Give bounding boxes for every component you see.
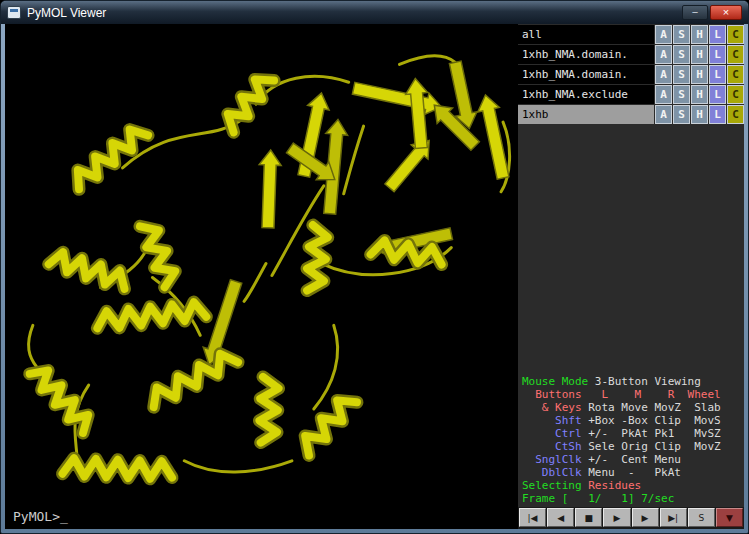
- object-row: all A S H L C: [518, 25, 744, 44]
- action-button[interactable]: A: [655, 25, 672, 44]
- titlebar[interactable]: PyMOL Viewer − ×: [1, 1, 748, 24]
- panel-spacer: [518, 125, 744, 372]
- action-button[interactable]: A: [655, 65, 672, 84]
- back-button[interactable]: ◀: [547, 508, 574, 527]
- ctrl-actions: +/- PkAt Pk1 MvSZ: [588, 427, 720, 440]
- ctsh-label: CtSh: [522, 440, 588, 453]
- keys-actions: Rota Move MovZ Slab: [588, 401, 720, 414]
- object-name-1xhb[interactable]: 1xhb: [518, 105, 654, 124]
- object-list: all A S H L C 1xhb_NMA.domain. A S H L C…: [518, 24, 744, 125]
- action-button[interactable]: A: [655, 45, 672, 64]
- action-button[interactable]: A: [655, 85, 672, 104]
- ctsh-line: CtSh Sele Orig Clip MovZ: [522, 440, 740, 453]
- show-button[interactable]: S: [673, 65, 690, 84]
- hide-button[interactable]: H: [691, 45, 708, 64]
- mouse-mode-label[interactable]: Mouse Mode: [522, 375, 595, 388]
- label-button[interactable]: L: [709, 25, 726, 44]
- show-button[interactable]: S: [673, 85, 690, 104]
- object-row: 1xhb_NMA.domain. A S H L C: [518, 45, 744, 64]
- play-button[interactable]: ▶: [603, 508, 630, 527]
- ctrl-line: Ctrl +/- PkAt Pk1 MvSZ: [522, 427, 740, 440]
- shift-line: Shft +Box -Box Clip MovS: [522, 414, 740, 427]
- dblclk-actions: Menu - PkAt: [588, 466, 681, 479]
- keys-line: & Keys Rota Move MovZ Slab: [522, 401, 740, 414]
- object-row: 1xhb_NMA.domain. A S H L C: [518, 65, 744, 84]
- shift-label: Shft: [522, 414, 588, 427]
- protein-structure: [5, 24, 518, 529]
- action-button[interactable]: A: [655, 105, 672, 124]
- color-button[interactable]: C: [727, 25, 744, 44]
- end-button[interactable]: ▶|: [660, 508, 687, 527]
- label-button[interactable]: L: [709, 105, 726, 124]
- object-name-domain-2[interactable]: 1xhb_NMA.domain.: [518, 65, 654, 84]
- color-button[interactable]: C: [727, 65, 744, 84]
- dblclk-line: DblClk Menu - PkAt: [522, 466, 740, 479]
- sequence-button[interactable]: S: [688, 508, 715, 527]
- command-prompt[interactable]: PyMOL>_: [13, 509, 68, 524]
- label-button[interactable]: L: [709, 65, 726, 84]
- color-button[interactable]: C: [727, 85, 744, 104]
- minimize-button[interactable]: −: [682, 5, 708, 20]
- ctsh-actions: Sele Orig Clip MovZ: [588, 440, 720, 453]
- buttons-header-line: Buttons L M R Wheel: [522, 388, 740, 401]
- dblclk-label: DblClk: [522, 466, 588, 479]
- playback-bar: |◀ ◀ ■ ▶ ▶ ▶| S ▼: [518, 507, 744, 529]
- close-button[interactable]: ×: [710, 5, 742, 20]
- snglclk-actions: +/- Cent Menu: [588, 453, 681, 466]
- label-button[interactable]: L: [709, 85, 726, 104]
- object-row: 1xhb_NMA.exclude A S H L C: [518, 85, 744, 104]
- mouse-mode-line[interactable]: Mouse Mode 3-Button Viewing: [522, 375, 740, 388]
- object-name-domain-1[interactable]: 1xhb_NMA.domain.: [518, 45, 654, 64]
- buttons-header: Buttons L M R Wheel: [522, 388, 721, 401]
- mouse-mode-value[interactable]: 3-Button Viewing: [595, 375, 701, 388]
- hide-button[interactable]: H: [691, 85, 708, 104]
- side-panel: all A S H L C 1xhb_NMA.domain. A S H L C…: [518, 24, 744, 529]
- rewind-button[interactable]: |◀: [519, 508, 546, 527]
- hide-button[interactable]: H: [691, 65, 708, 84]
- show-button[interactable]: S: [673, 25, 690, 44]
- viewport-canvas[interactable]: PyMOL>_: [5, 24, 518, 529]
- pymol-window: PyMOL Viewer − ×: [0, 0, 749, 534]
- show-button[interactable]: S: [673, 105, 690, 124]
- stop-button[interactable]: ■: [575, 508, 602, 527]
- ctrl-label: Ctrl: [522, 427, 588, 440]
- selecting-label[interactable]: Selecting: [522, 479, 588, 492]
- frame-line: Frame [ 1/ 1] 7/sec: [522, 492, 740, 505]
- snglclk-line: SnglClk +/- Cent Menu: [522, 453, 740, 466]
- show-button[interactable]: S: [673, 45, 690, 64]
- app-icon: [7, 6, 21, 19]
- object-row-selected: 1xhb A S H L C: [518, 105, 744, 124]
- frame-counter: Frame [ 1/ 1] 7/sec: [522, 492, 674, 505]
- forward-button[interactable]: ▶: [632, 508, 659, 527]
- hide-button[interactable]: H: [691, 105, 708, 124]
- object-name-all[interactable]: all: [518, 25, 654, 44]
- shift-actions: +Box -Box Clip MovS: [588, 414, 720, 427]
- color-button[interactable]: C: [727, 45, 744, 64]
- selecting-line[interactable]: Selecting Residues: [522, 479, 740, 492]
- panel-toggle-button[interactable]: ▼: [716, 508, 743, 527]
- snglclk-label: SnglClk: [522, 453, 588, 466]
- selecting-mode[interactable]: Residues: [588, 479, 641, 492]
- mouse-panel: Mouse Mode 3-Button Viewing Buttons L M …: [518, 372, 744, 507]
- hide-button[interactable]: H: [691, 25, 708, 44]
- main-content: PyMOL>_ all A S H L C 1xhb_NMA.domain. A…: [5, 24, 744, 529]
- color-button[interactable]: C: [727, 105, 744, 124]
- window-title: PyMOL Viewer: [27, 6, 106, 20]
- keys-label: & Keys: [522, 401, 588, 414]
- label-button[interactable]: L: [709, 45, 726, 64]
- object-name-exclude[interactable]: 1xhb_NMA.exclude: [518, 85, 654, 104]
